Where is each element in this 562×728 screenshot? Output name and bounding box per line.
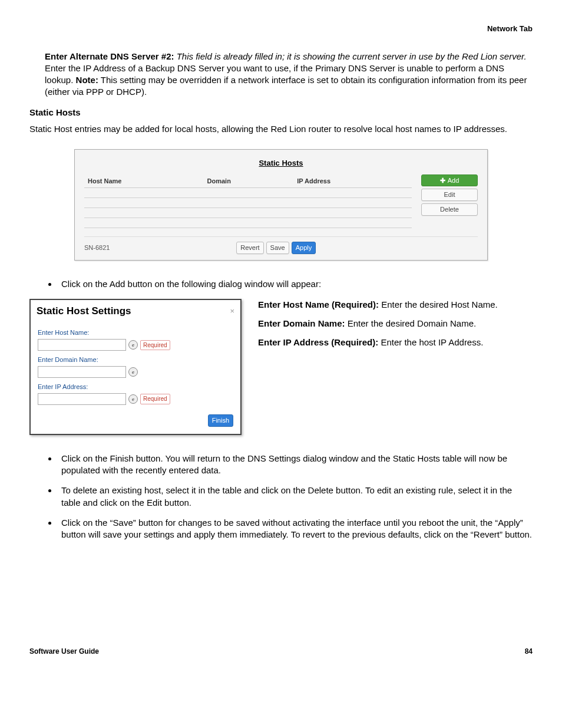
col-ip: IP Address (293, 174, 412, 188)
static-hosts-table: Host Name Domain IP Address (84, 174, 412, 229)
add-button[interactable]: ✚ Add (421, 174, 478, 187)
static-hosts-panel: Static Hosts Host Name Domain IP Address… (74, 149, 488, 261)
page-number: 84 (525, 647, 533, 656)
required-tag: Required (140, 340, 170, 351)
ip-label: Enter IP Address: (38, 383, 233, 391)
bullet-save-apply-revert: Click on the “Save” button for changes t… (58, 517, 533, 541)
add-button-label: Add (448, 176, 459, 185)
dialog-title: Static Host Settings (37, 305, 131, 318)
plus-icon: ✚ (440, 176, 445, 185)
static-hosts-sub: Static Host entries may be added for loc… (29, 123, 533, 135)
table-row[interactable] (84, 208, 412, 218)
revert-button[interactable]: Revert (236, 242, 263, 254)
col-domain: Domain (204, 174, 294, 188)
table-row[interactable] (84, 188, 412, 198)
info-icon[interactable]: e (128, 394, 138, 404)
table-row[interactable] (84, 198, 412, 208)
hostname-label: Enter Host Name: (38, 328, 233, 337)
info-icon[interactable]: e (128, 340, 138, 350)
desc-ip-text: Enter the host IP Address. (378, 337, 483, 347)
desc-domain-text: Enter the desired Domain Name. (345, 318, 477, 328)
apply-button[interactable]: Apply (292, 242, 316, 254)
panel-title: Static Hosts (84, 158, 478, 169)
table-row[interactable] (84, 218, 412, 228)
bullet-delete-edit: To delete an existing host, select it in… (58, 485, 533, 509)
domain-label: Enter Domain Name: (38, 355, 233, 364)
note-label: Note: (76, 75, 98, 85)
bullet-finish: Click on the Finish button. You will ret… (58, 453, 533, 477)
page-header-section: Network Tab (29, 24, 533, 34)
desc-hostname-text: Enter the desired Host Name. (379, 299, 498, 309)
delete-button[interactable]: Delete (421, 203, 478, 216)
dns-field-italic: This field is already filled in; it is s… (174, 51, 527, 61)
intro-paragraph: Enter Alternate DNS Server #2: This fiel… (45, 51, 533, 98)
col-hostname: Host Name (84, 174, 204, 188)
desc-domain-label: Enter Domain Name: (258, 318, 345, 328)
hostname-input[interactable] (38, 339, 126, 351)
field-descriptions: Enter Host Name (Required): Enter the de… (258, 299, 498, 356)
device-id: SN-6821 (84, 243, 110, 252)
info-icon[interactable]: e (128, 367, 138, 377)
desc-hostname-label: Enter Host Name (Required): (258, 299, 379, 309)
ip-input[interactable] (38, 393, 126, 405)
required-tag: Required (140, 394, 170, 404)
save-button[interactable]: Save (266, 242, 289, 254)
bullet-add: Click on the Add button on the following… (58, 278, 533, 290)
dns-field-text2: This setting may be overridden if a netw… (45, 75, 527, 97)
static-hosts-heading: Static Hosts (29, 107, 533, 118)
dns-field-label: Enter Alternate DNS Server #2: (45, 51, 174, 61)
edit-button[interactable]: Edit (421, 189, 478, 201)
domain-input[interactable] (38, 366, 126, 378)
footer-left: Software User Guide (29, 647, 99, 656)
close-icon[interactable]: × (230, 306, 234, 317)
finish-button[interactable]: Finish (208, 414, 233, 427)
static-host-settings-dialog: Static Host Settings × Enter Host Name: … (29, 299, 242, 435)
desc-ip-label: Enter IP Address (Required): (258, 337, 378, 347)
